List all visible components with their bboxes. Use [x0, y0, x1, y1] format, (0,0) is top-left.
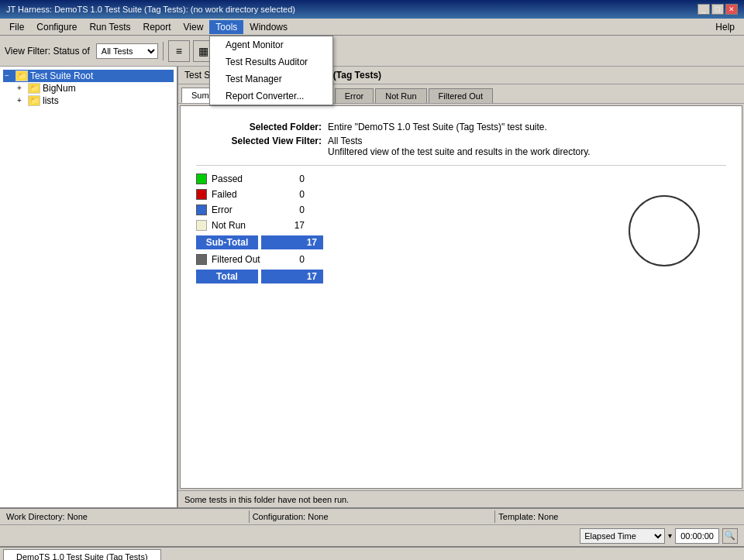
failed-label: Failed [212, 189, 281, 200]
menu-tools[interactable]: Tools [209, 20, 243, 34]
not-run-color-box [196, 220, 207, 231]
menu-view[interactable]: View [177, 20, 210, 34]
menu-bar: File Configure Run Tests Report View Too… [0, 19, 744, 36]
timer-dropdown-icon: ▾ [668, 531, 672, 540]
filtered-out-label: Filtered Out [212, 254, 281, 265]
folder-icon-lists: 📁 [28, 95, 40, 106]
configuration: Configuration: None [253, 512, 492, 521]
stat-row-error: Error 0 [196, 204, 571, 215]
tree-label-lists: lists [43, 95, 59, 106]
tree-root[interactable]: − 📁 Test Suite Root [3, 70, 174, 82]
tools-dropdown: Agent Monitor Test Results Auditor Test … [209, 36, 333, 105]
template: Template: None [498, 512, 738, 521]
passed-color-box [196, 173, 207, 184]
passed-label: Passed [212, 173, 281, 184]
selected-folder-label: Selected Folder: [196, 122, 328, 132]
filtered-out-color-box [196, 254, 207, 265]
failed-value: 0 [281, 189, 305, 200]
failed-color-box [196, 189, 207, 200]
stat-row-passed: Passed 0 [196, 173, 571, 184]
main-content: − 📁 Test Suite Root + 📁 BigNum + 📁 lists… [0, 67, 744, 507]
tab-filtered-out[interactable]: Filtered Out [429, 88, 493, 103]
chart-area [602, 173, 726, 288]
tree-root-label: Test Suite Root [30, 70, 93, 81]
content-area: Selected Folder: Entire "DemoTS 1.0 Test… [180, 105, 742, 489]
title-bar-controls: _ □ ✕ [698, 4, 738, 15]
not-run-value: 17 [281, 220, 305, 231]
tab-not-run[interactable]: Not Run [375, 88, 426, 103]
maximize-button[interactable]: □ [711, 4, 724, 15]
magnify-icon: 🔍 [725, 531, 735, 541]
error-value: 0 [281, 204, 305, 215]
list-view-icon: ≡ [176, 45, 182, 57]
tree-expand-bignum[interactable]: + [17, 84, 26, 93]
error-label: Error [212, 204, 281, 215]
window-title: JT Harness: DemoTS 1.0 Test Suite (Tag T… [6, 5, 295, 14]
dropdown-test-results-auditor[interactable]: Test Results Auditor [210, 53, 332, 70]
folder-info: Selected Folder: Entire "DemoTS 1.0 Test… [196, 122, 726, 157]
selected-folder-value: Entire "DemoTS 1.0 Test Suite (Tag Tests… [328, 122, 726, 132]
tree-label-bignum: BigNum [43, 83, 76, 94]
taskbar-item[interactable]: DemoTS 1.0 Test Suite (Tag Tests) [3, 549, 161, 560]
bottom-bar: Work Directory: None Configuration: None… [0, 507, 744, 524]
total-row: Total 17 [196, 270, 571, 283]
taskbar: DemoTS 1.0 Test Suite (Tag Tests) [0, 546, 744, 560]
stats-area: Passed 0 Failed 0 Error 0 [196, 173, 726, 288]
dropdown-report-converter[interactable]: Report Converter... [210, 88, 332, 105]
menu-report[interactable]: Report [137, 20, 177, 34]
filtered-out-value: 0 [281, 254, 305, 265]
bottom-divider-2 [494, 510, 495, 523]
timer-magnify-button[interactable]: 🔍 [722, 528, 738, 544]
dropdown-agent-monitor[interactable]: Agent Monitor [210, 36, 332, 53]
minimize-button[interactable]: _ [698, 4, 710, 15]
tree-expand-root[interactable]: − [5, 71, 14, 81]
tab-error[interactable]: Error [335, 88, 374, 103]
chart-inner-circle [645, 211, 684, 250]
menu-help[interactable]: Help [709, 20, 741, 34]
stat-row-not-run: Not Run 17 [196, 220, 571, 231]
donut-chart [618, 184, 711, 277]
menu-windows[interactable]: Windows [243, 20, 294, 34]
total-label: Total [196, 270, 258, 283]
timer-bar: Elapsed Time ▾ 00:00:00 🔍 [0, 524, 744, 546]
selected-folder-row: Selected Folder: Entire "DemoTS 1.0 Test… [196, 122, 726, 132]
timer-display: 00:00:00 [675, 528, 719, 544]
toolbar-separator-1 [163, 42, 164, 60]
view-filter-row: Selected View Filter: All Tests Unfilter… [196, 136, 726, 157]
view-filter-value: All Tests Unfiltered view of the test su… [328, 136, 726, 157]
toolbar: View Filter: Status of All Tests ≡ ▦ ▶ ■… [0, 36, 744, 67]
menu-configure[interactable]: Configure [30, 20, 83, 34]
tree-item-bignum[interactable]: + 📁 BigNum [16, 82, 174, 94]
sub-total-label: Sub-Total [196, 235, 258, 249]
list-view-button[interactable]: ≡ [168, 40, 190, 62]
tree-expand-lists[interactable]: + [17, 96, 26, 105]
stat-row-failed: Failed 0 [196, 189, 571, 200]
total-bar: 17 [261, 270, 323, 283]
dropdown-test-manager[interactable]: Test Manager [210, 70, 332, 88]
error-color-box [196, 204, 207, 215]
close-button[interactable]: ✕ [725, 4, 738, 15]
bottom-divider-1 [249, 510, 250, 523]
filter-label: View Filter: Status of [5, 46, 90, 57]
divider [196, 165, 726, 166]
title-bar: JT Harness: DemoTS 1.0 Test Suite (Tag T… [0, 0, 744, 19]
folder-icon-root: 📁 [16, 70, 28, 81]
status-message: Some tests in this folder have not been … [184, 495, 349, 504]
passed-value: 0 [281, 173, 305, 184]
stats-table: Passed 0 Failed 0 Error 0 [196, 173, 571, 288]
sub-total-row: Sub-Total 17 [196, 235, 571, 249]
sub-total-bar: 17 [261, 235, 323, 249]
menu-file[interactable]: File [3, 20, 30, 34]
work-directory: Work Directory: None [6, 512, 246, 521]
view-filter-label: Selected View Filter: [196, 136, 328, 157]
not-run-label: Not Run [212, 220, 281, 231]
menu-run-tests[interactable]: Run Tests [83, 20, 136, 34]
timer-select[interactable]: Elapsed Time [580, 528, 665, 544]
left-panel: − 📁 Test Suite Root + 📁 BigNum + 📁 lists [0, 67, 178, 507]
folder-icon-bignum: 📁 [28, 83, 40, 94]
stat-row-filtered-out: Filtered Out 0 [196, 254, 571, 265]
filter-select[interactable]: All Tests [96, 43, 158, 59]
tree-item-lists[interactable]: + 📁 lists [16, 94, 174, 107]
tree-children: + 📁 BigNum + 📁 lists [3, 82, 174, 107]
detail-view-icon: ▦ [198, 45, 208, 57]
